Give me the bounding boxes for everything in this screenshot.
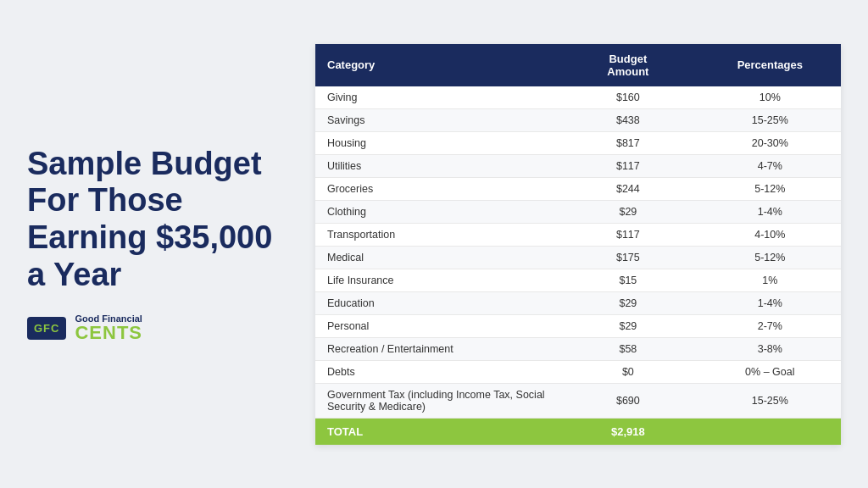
table-row: Giving$16010% (315, 86, 841, 109)
table-row: Life Insurance$151% (315, 269, 841, 291)
cell-percent: 10% (699, 86, 841, 109)
header-amount: BudgetAmount (557, 44, 698, 86)
logo-area: GFC Good Financial CENTS (27, 313, 281, 342)
table-row: Clothing$291-4% (315, 200, 841, 223)
cell-category: Medical (315, 246, 557, 269)
cell-percent: 0% – Goal (699, 360, 841, 383)
cell-amount: $244 (557, 177, 698, 200)
cell-percent: 15-25% (699, 383, 841, 418)
header-category: Category (315, 44, 557, 86)
cell-amount: $438 (557, 108, 698, 131)
cell-category: Recreation / Entertainment (315, 337, 557, 360)
cell-amount: $160 (557, 86, 698, 109)
cell-amount: $817 (557, 131, 698, 154)
total-empty (699, 418, 841, 445)
cell-category: Personal (315, 314, 557, 337)
cell-amount: $58 (557, 337, 698, 360)
table-row: Recreation / Entertainment$583-8% (315, 337, 841, 360)
table-row: Savings$43815-25% (315, 108, 841, 131)
cell-amount: $29 (557, 200, 698, 223)
table-row: Medical$1755-12% (315, 246, 841, 269)
cell-amount: $117 (557, 154, 698, 177)
cell-percent: 20-30% (699, 131, 841, 154)
cell-percent: 4-7% (699, 154, 841, 177)
cell-category: Utilities (315, 154, 557, 177)
cell-category: Savings (315, 108, 557, 131)
table-row: Transportation$1174-10% (315, 223, 841, 246)
table-row: Groceries$2445-12% (315, 177, 841, 200)
budget-table: Category BudgetAmount Percentages Giving… (315, 44, 841, 445)
cell-amount: $29 (557, 314, 698, 337)
cell-category: Government Tax (including Income Tax, So… (315, 383, 557, 418)
cell-category: Life Insurance (315, 269, 557, 291)
logo-bottom: CENTS (75, 324, 142, 342)
total-amount: $2,918 (557, 418, 698, 445)
table-row: Government Tax (including Income Tax, So… (315, 383, 841, 418)
cell-category: Housing (315, 131, 557, 154)
cell-category: Transportation (315, 223, 557, 246)
page-title: Sample Budget For Those Earning $35,000 … (27, 146, 281, 294)
total-label: TOTAL (315, 418, 557, 445)
cell-category: Giving (315, 86, 557, 109)
logo-text: Good Financial CENTS (75, 313, 142, 342)
cell-percent: 1-4% (699, 200, 841, 223)
cell-percent: 5-12% (699, 177, 841, 200)
cell-amount: $117 (557, 223, 698, 246)
table-body: Giving$16010%Savings$43815-25%Housing$81… (315, 86, 841, 445)
right-panel: Category BudgetAmount Percentages Giving… (315, 44, 841, 445)
cell-percent: 3-8% (699, 337, 841, 360)
cell-category: Groceries (315, 177, 557, 200)
cell-percent: 2-7% (699, 314, 841, 337)
left-panel: Sample Budget For Those Earning $35,000 … (27, 146, 281, 343)
table-row: Personal$292-7% (315, 314, 841, 337)
table-header-row: Category BudgetAmount Percentages (315, 44, 841, 86)
total-row: TOTAL$2,918 (315, 418, 841, 445)
table-row: Debts$00% – Goal (315, 360, 841, 383)
cell-percent: 1% (699, 269, 841, 291)
table-row: Utilities$1174-7% (315, 154, 841, 177)
header-percent: Percentages (699, 44, 841, 86)
cell-amount: $0 (557, 360, 698, 383)
main-container: Sample Budget For Those Earning $35,000 … (27, 44, 841, 445)
cell-category: Education (315, 291, 557, 314)
table-row: Education$291-4% (315, 291, 841, 314)
logo-abbr: GFC (27, 317, 66, 340)
cell-percent: 5-12% (699, 246, 841, 269)
cell-amount: $15 (557, 269, 698, 291)
cell-amount: $29 (557, 291, 698, 314)
cell-category: Clothing (315, 200, 557, 223)
cell-percent: 1-4% (699, 291, 841, 314)
cell-category: Debts (315, 360, 557, 383)
cell-amount: $175 (557, 246, 698, 269)
cell-percent: 4-10% (699, 223, 841, 246)
cell-amount: $690 (557, 383, 698, 418)
table-row: Housing$81720-30% (315, 131, 841, 154)
cell-percent: 15-25% (699, 108, 841, 131)
